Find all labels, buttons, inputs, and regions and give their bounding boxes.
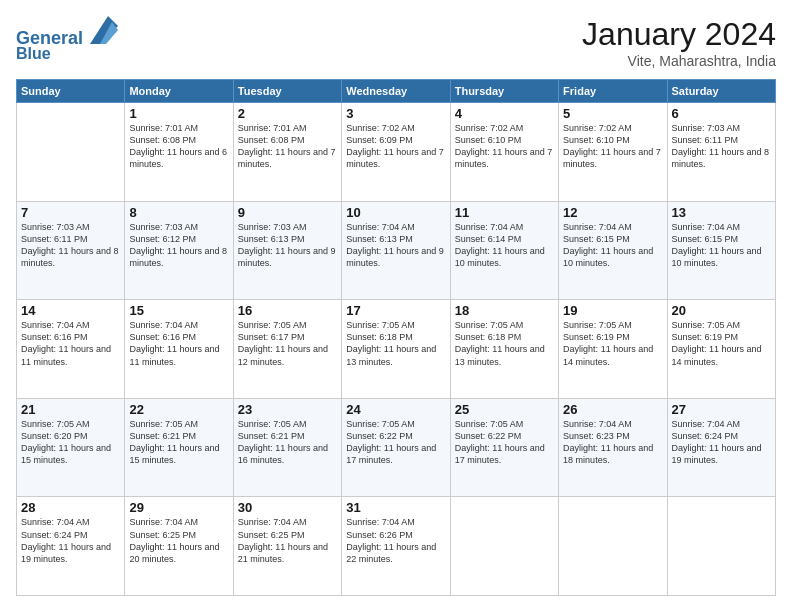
day-info: Sunrise: 7:04 AMSunset: 6:26 PMDaylight:… bbox=[346, 516, 445, 565]
calendar-cell: 27Sunrise: 7:04 AMSunset: 6:24 PMDayligh… bbox=[667, 398, 775, 497]
calendar-cell: 6Sunrise: 7:03 AMSunset: 6:11 PMDaylight… bbox=[667, 103, 775, 202]
day-info: Sunrise: 7:05 AMSunset: 6:18 PMDaylight:… bbox=[455, 319, 554, 368]
calendar-cell: 26Sunrise: 7:04 AMSunset: 6:23 PMDayligh… bbox=[559, 398, 667, 497]
day-info: Sunrise: 7:01 AMSunset: 6:08 PMDaylight:… bbox=[129, 122, 228, 171]
day-header-tuesday: Tuesday bbox=[233, 80, 341, 103]
day-info: Sunrise: 7:05 AMSunset: 6:21 PMDaylight:… bbox=[129, 418, 228, 467]
calendar-week-1: 1Sunrise: 7:01 AMSunset: 6:08 PMDaylight… bbox=[17, 103, 776, 202]
calendar-cell: 30Sunrise: 7:04 AMSunset: 6:25 PMDayligh… bbox=[233, 497, 341, 596]
day-info: Sunrise: 7:02 AMSunset: 6:10 PMDaylight:… bbox=[455, 122, 554, 171]
calendar-cell: 2Sunrise: 7:01 AMSunset: 6:08 PMDaylight… bbox=[233, 103, 341, 202]
day-info: Sunrise: 7:04 AMSunset: 6:13 PMDaylight:… bbox=[346, 221, 445, 270]
logo-icon bbox=[90, 16, 118, 44]
day-info: Sunrise: 7:04 AMSunset: 6:25 PMDaylight:… bbox=[238, 516, 337, 565]
day-number: 15 bbox=[129, 303, 228, 318]
day-info: Sunrise: 7:03 AMSunset: 6:13 PMDaylight:… bbox=[238, 221, 337, 270]
day-info: Sunrise: 7:05 AMSunset: 6:17 PMDaylight:… bbox=[238, 319, 337, 368]
day-header-friday: Friday bbox=[559, 80, 667, 103]
day-number: 9 bbox=[238, 205, 337, 220]
calendar-cell: 10Sunrise: 7:04 AMSunset: 6:13 PMDayligh… bbox=[342, 201, 450, 300]
logo: General Blue bbox=[16, 16, 118, 62]
logo-text: General bbox=[16, 16, 118, 49]
calendar-cell: 4Sunrise: 7:02 AMSunset: 6:10 PMDaylight… bbox=[450, 103, 558, 202]
day-number: 7 bbox=[21, 205, 120, 220]
calendar-cell: 17Sunrise: 7:05 AMSunset: 6:18 PMDayligh… bbox=[342, 300, 450, 399]
calendar-cell: 12Sunrise: 7:04 AMSunset: 6:15 PMDayligh… bbox=[559, 201, 667, 300]
day-number: 13 bbox=[672, 205, 771, 220]
calendar-week-5: 28Sunrise: 7:04 AMSunset: 6:24 PMDayligh… bbox=[17, 497, 776, 596]
calendar-cell bbox=[559, 497, 667, 596]
calendar-cell: 31Sunrise: 7:04 AMSunset: 6:26 PMDayligh… bbox=[342, 497, 450, 596]
calendar-cell bbox=[667, 497, 775, 596]
day-number: 29 bbox=[129, 500, 228, 515]
day-info: Sunrise: 7:05 AMSunset: 6:22 PMDaylight:… bbox=[455, 418, 554, 467]
day-info: Sunrise: 7:04 AMSunset: 6:15 PMDaylight:… bbox=[672, 221, 771, 270]
calendar-cell: 19Sunrise: 7:05 AMSunset: 6:19 PMDayligh… bbox=[559, 300, 667, 399]
day-header-wednesday: Wednesday bbox=[342, 80, 450, 103]
calendar-cell: 24Sunrise: 7:05 AMSunset: 6:22 PMDayligh… bbox=[342, 398, 450, 497]
day-number: 17 bbox=[346, 303, 445, 318]
calendar-cell: 29Sunrise: 7:04 AMSunset: 6:25 PMDayligh… bbox=[125, 497, 233, 596]
day-info: Sunrise: 7:04 AMSunset: 6:25 PMDaylight:… bbox=[129, 516, 228, 565]
day-number: 27 bbox=[672, 402, 771, 417]
calendar-cell: 13Sunrise: 7:04 AMSunset: 6:15 PMDayligh… bbox=[667, 201, 775, 300]
header: General Blue January 2024 Vite, Maharash… bbox=[16, 16, 776, 69]
page: General Blue January 2024 Vite, Maharash… bbox=[0, 0, 792, 612]
calendar-cell: 14Sunrise: 7:04 AMSunset: 6:16 PMDayligh… bbox=[17, 300, 125, 399]
calendar-subtitle: Vite, Maharashtra, India bbox=[582, 53, 776, 69]
day-number: 10 bbox=[346, 205, 445, 220]
calendar-week-2: 7Sunrise: 7:03 AMSunset: 6:11 PMDaylight… bbox=[17, 201, 776, 300]
calendar-week-3: 14Sunrise: 7:04 AMSunset: 6:16 PMDayligh… bbox=[17, 300, 776, 399]
day-number: 14 bbox=[21, 303, 120, 318]
day-number: 8 bbox=[129, 205, 228, 220]
calendar-cell: 5Sunrise: 7:02 AMSunset: 6:10 PMDaylight… bbox=[559, 103, 667, 202]
day-number: 22 bbox=[129, 402, 228, 417]
day-info: Sunrise: 7:05 AMSunset: 6:21 PMDaylight:… bbox=[238, 418, 337, 467]
day-number: 4 bbox=[455, 106, 554, 121]
day-info: Sunrise: 7:03 AMSunset: 6:11 PMDaylight:… bbox=[672, 122, 771, 171]
day-info: Sunrise: 7:04 AMSunset: 6:23 PMDaylight:… bbox=[563, 418, 662, 467]
day-info: Sunrise: 7:04 AMSunset: 6:16 PMDaylight:… bbox=[21, 319, 120, 368]
day-info: Sunrise: 7:04 AMSunset: 6:24 PMDaylight:… bbox=[672, 418, 771, 467]
day-info: Sunrise: 7:02 AMSunset: 6:10 PMDaylight:… bbox=[563, 122, 662, 171]
day-number: 25 bbox=[455, 402, 554, 417]
calendar-week-4: 21Sunrise: 7:05 AMSunset: 6:20 PMDayligh… bbox=[17, 398, 776, 497]
day-number: 12 bbox=[563, 205, 662, 220]
calendar-cell: 16Sunrise: 7:05 AMSunset: 6:17 PMDayligh… bbox=[233, 300, 341, 399]
day-info: Sunrise: 7:04 AMSunset: 6:15 PMDaylight:… bbox=[563, 221, 662, 270]
day-number: 26 bbox=[563, 402, 662, 417]
calendar-cell: 25Sunrise: 7:05 AMSunset: 6:22 PMDayligh… bbox=[450, 398, 558, 497]
title-block: January 2024 Vite, Maharashtra, India bbox=[582, 16, 776, 69]
day-number: 18 bbox=[455, 303, 554, 318]
calendar-cell: 15Sunrise: 7:04 AMSunset: 6:16 PMDayligh… bbox=[125, 300, 233, 399]
day-info: Sunrise: 7:05 AMSunset: 6:19 PMDaylight:… bbox=[672, 319, 771, 368]
day-number: 28 bbox=[21, 500, 120, 515]
day-number: 20 bbox=[672, 303, 771, 318]
day-header-thursday: Thursday bbox=[450, 80, 558, 103]
day-number: 16 bbox=[238, 303, 337, 318]
day-number: 31 bbox=[346, 500, 445, 515]
day-number: 3 bbox=[346, 106, 445, 121]
day-number: 23 bbox=[238, 402, 337, 417]
calendar-header-row: SundayMondayTuesdayWednesdayThursdayFrid… bbox=[17, 80, 776, 103]
day-info: Sunrise: 7:05 AMSunset: 6:22 PMDaylight:… bbox=[346, 418, 445, 467]
calendar-cell bbox=[450, 497, 558, 596]
calendar-cell: 1Sunrise: 7:01 AMSunset: 6:08 PMDaylight… bbox=[125, 103, 233, 202]
day-info: Sunrise: 7:04 AMSunset: 6:16 PMDaylight:… bbox=[129, 319, 228, 368]
day-info: Sunrise: 7:05 AMSunset: 6:20 PMDaylight:… bbox=[21, 418, 120, 467]
day-info: Sunrise: 7:01 AMSunset: 6:08 PMDaylight:… bbox=[238, 122, 337, 171]
calendar-cell: 8Sunrise: 7:03 AMSunset: 6:12 PMDaylight… bbox=[125, 201, 233, 300]
day-info: Sunrise: 7:05 AMSunset: 6:19 PMDaylight:… bbox=[563, 319, 662, 368]
day-info: Sunrise: 7:03 AMSunset: 6:12 PMDaylight:… bbox=[129, 221, 228, 270]
day-number: 6 bbox=[672, 106, 771, 121]
day-info: Sunrise: 7:03 AMSunset: 6:11 PMDaylight:… bbox=[21, 221, 120, 270]
day-header-saturday: Saturday bbox=[667, 80, 775, 103]
calendar-cell: 23Sunrise: 7:05 AMSunset: 6:21 PMDayligh… bbox=[233, 398, 341, 497]
calendar-cell bbox=[17, 103, 125, 202]
day-number: 1 bbox=[129, 106, 228, 121]
calendar-table: SundayMondayTuesdayWednesdayThursdayFrid… bbox=[16, 79, 776, 596]
day-info: Sunrise: 7:04 AMSunset: 6:14 PMDaylight:… bbox=[455, 221, 554, 270]
day-number: 21 bbox=[21, 402, 120, 417]
day-header-sunday: Sunday bbox=[17, 80, 125, 103]
day-number: 2 bbox=[238, 106, 337, 121]
